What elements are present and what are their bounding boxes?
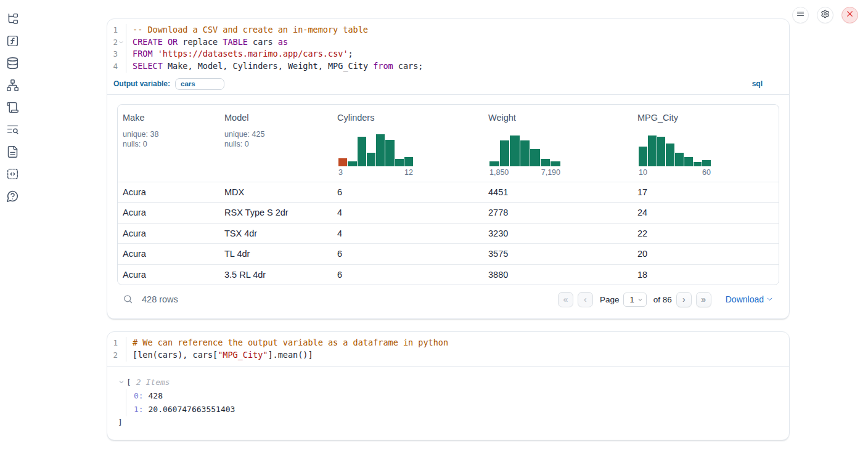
histogram-bar xyxy=(376,134,385,166)
histogram-bar xyxy=(510,136,520,166)
chevron-down-icon xyxy=(766,294,773,305)
table-cell: Acura xyxy=(118,203,219,223)
sidebar-item-dependencies[interactable] xyxy=(6,79,19,93)
table-cell: TSX 4dr xyxy=(219,224,332,244)
output-variable-label: Output variable: xyxy=(113,79,170,88)
line-number: 2 xyxy=(113,349,118,362)
settings-button[interactable] xyxy=(817,7,833,23)
shutdown-button[interactable] xyxy=(841,7,858,23)
column-header-MPG_City[interactable]: MPG_City1060 xyxy=(633,105,779,182)
histogram-bar xyxy=(520,140,530,166)
next-page-button[interactable]: › xyxy=(676,292,692,307)
histogram-max-label: 60 xyxy=(702,168,711,177)
gear-icon xyxy=(821,9,830,21)
table-row: AcuraRSX Type S 2dr4277824 xyxy=(118,202,779,223)
line-number: 4 xyxy=(113,60,118,73)
histogram-bar xyxy=(657,137,666,166)
histogram-bar xyxy=(541,159,551,166)
page-select[interactable]: 1 xyxy=(623,293,646,307)
histogram-min-label: 3 xyxy=(338,168,343,177)
sidebar-item-logs[interactable] xyxy=(6,102,19,115)
sql-code-editor[interactable]: 1-- Download a CSV and create an in-memo… xyxy=(107,19,789,78)
table-cell: 20 xyxy=(633,244,779,264)
download-button[interactable]: Download xyxy=(726,294,773,305)
table-cell: 3.5 RL 4dr xyxy=(219,265,332,285)
column-header-Make[interactable]: Makeunique: 38nulls: 0 xyxy=(118,105,219,182)
close-icon xyxy=(845,9,854,21)
histogram-bar xyxy=(639,147,647,166)
column-name: Model xyxy=(224,113,327,123)
column-header-Cylinders[interactable]: Cylinders312 xyxy=(332,105,483,182)
download-label: Download xyxy=(726,294,764,304)
tree-entry-value: 428 xyxy=(144,391,163,400)
list-search-icon xyxy=(6,123,19,139)
histogram-bar xyxy=(530,149,540,166)
histogram-max-label: 12 xyxy=(404,168,413,177)
tree-items-count: 2 Items xyxy=(136,378,170,387)
sidebar xyxy=(6,13,19,204)
code-line: 1-- Download a CSV and create an in-memo… xyxy=(107,24,789,36)
scroll-icon xyxy=(6,101,19,116)
table-cell: 4 xyxy=(332,224,483,244)
topbar-actions xyxy=(792,7,858,23)
table-row: AcuraTSX 4dr4323022 xyxy=(118,223,779,244)
histogram-min-label: 1,850 xyxy=(489,168,509,177)
histogram-bar xyxy=(489,161,499,166)
sidebar-item-variables[interactable] xyxy=(6,35,19,49)
chevron-down-icon xyxy=(118,378,125,387)
sidebar-item-file-explorer[interactable] xyxy=(6,13,19,26)
table-cell: 2778 xyxy=(483,203,633,223)
column-header-Model[interactable]: Modelunique: 425nulls: 0 xyxy=(219,105,332,182)
column-stats: unique: 425nulls: 0 xyxy=(224,129,327,150)
sidebar-item-documentation[interactable] xyxy=(6,146,19,160)
histogram-bar xyxy=(694,162,702,166)
table-cell: 18 xyxy=(633,265,779,285)
code-line: 4SELECT Make, Model, Cylinders, Weight, … xyxy=(107,60,789,73)
chevron-down-icon xyxy=(637,295,643,304)
sidebar-item-search[interactable] xyxy=(6,124,19,137)
line-number: 1 xyxy=(113,337,118,349)
line-number: 3 xyxy=(113,48,118,60)
histogram-bar xyxy=(551,161,560,166)
file-tree-icon xyxy=(6,12,19,28)
tree-collapse-button[interactable] xyxy=(118,379,125,386)
chevrons-right-icon: » xyxy=(701,294,706,304)
table-row: AcuraTL 4dr6357520 xyxy=(118,243,779,264)
menu-button[interactable] xyxy=(792,7,809,23)
network-graph-icon xyxy=(6,79,19,94)
chevrons-left-icon: « xyxy=(563,294,568,304)
histogram-bar xyxy=(675,153,684,166)
prev-page-button[interactable]: ‹ xyxy=(578,292,593,307)
table-cell: 3575 xyxy=(483,244,633,264)
table-cell: 22 xyxy=(633,224,779,244)
code-text: -- Download a CSV and create an in-memor… xyxy=(126,24,368,36)
data-table: Makeunique: 38nulls: 0Modelunique: 425nu… xyxy=(117,104,779,286)
table-cell: TL 4dr xyxy=(219,244,332,264)
database-icon xyxy=(6,57,19,72)
search-icon[interactable] xyxy=(123,294,134,305)
histogram-bar xyxy=(348,161,356,166)
sql-cell: 1-- Download a CSV and create an in-memo… xyxy=(107,18,790,319)
code-line: 1# We can reference the output variable … xyxy=(107,337,789,349)
python-code-editor[interactable]: 1# We can reference the output variable … xyxy=(107,332,789,366)
tree-entry-key: 0: xyxy=(134,391,144,400)
first-page-button[interactable]: « xyxy=(558,292,573,307)
line-gutter: 4 xyxy=(107,60,126,73)
sidebar-item-data-sources[interactable] xyxy=(6,57,19,71)
column-histogram: 312 xyxy=(338,132,413,177)
histogram-bar xyxy=(338,158,347,166)
histogram-bar xyxy=(395,159,404,166)
fold-chevron-icon[interactable] xyxy=(118,39,125,46)
table-cell: 17 xyxy=(633,182,779,203)
code-snippet-icon xyxy=(6,168,19,183)
line-gutter: 2 xyxy=(107,36,126,49)
chevron-left-icon: ‹ xyxy=(584,294,587,304)
python-cell: 1# We can reference the output variable … xyxy=(107,331,790,440)
output-variable-input[interactable] xyxy=(175,78,224,90)
line-gutter: 1 xyxy=(107,24,126,36)
last-page-button[interactable]: » xyxy=(696,292,711,307)
column-header-Weight[interactable]: Weight1,8507,190 xyxy=(483,105,633,182)
histogram-min-label: 10 xyxy=(639,168,647,177)
sidebar-item-help[interactable] xyxy=(6,190,19,204)
sidebar-item-snippets[interactable] xyxy=(6,168,19,182)
